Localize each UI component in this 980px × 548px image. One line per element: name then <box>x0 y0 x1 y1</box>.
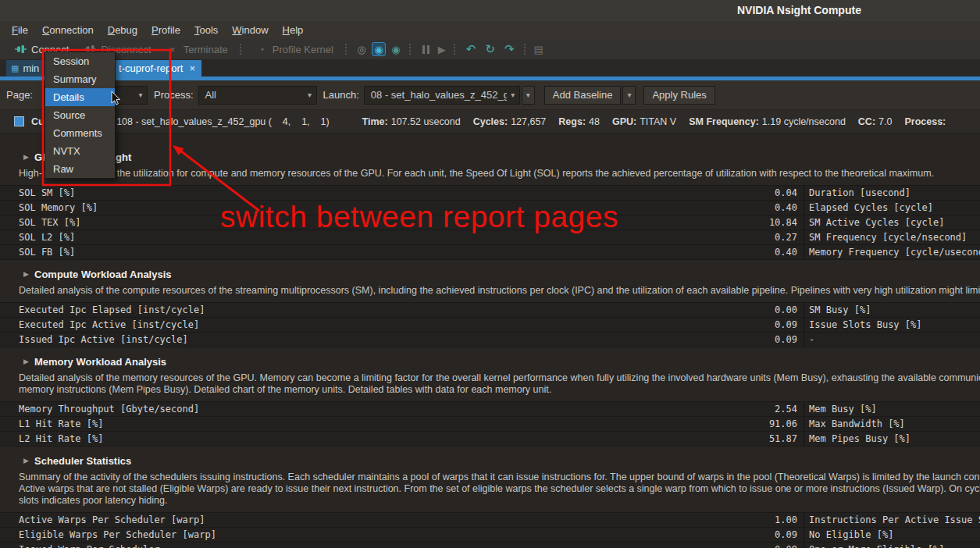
kernel-stat: CC:7.0 <box>858 116 893 127</box>
section-expand-icon[interactable]: ▶ <box>23 153 34 161</box>
process-combobox-value: All <box>199 89 304 101</box>
metric-table-row: L2 Hit Rate [%]51.87Mem Pipes Busy [%] <box>0 432 980 447</box>
metric-table-scheduler: Active Warps Per Scheduler [warp]1.00Ins… <box>0 512 980 548</box>
metric-name: SOL Memory [%] <box>19 202 98 213</box>
section-description: Detailed analysis of the memory resource… <box>0 372 980 396</box>
page-menu-item-nvtx[interactable]: NVTX <box>45 142 115 160</box>
section-description: Summary of the activity of the scheduler… <box>0 471 980 507</box>
process-combobox[interactable]: All ▾ <box>198 86 317 105</box>
metric-table-row: SOL Memory [%]0.40Elapsed Cycles [cycle] <box>0 201 980 215</box>
profiler-mode-icon[interactable]: ◎ <box>355 42 369 56</box>
menubar-item-tools[interactable]: Tools <box>187 23 225 37</box>
metric-table-row: L1 Hit Rate [%]91.06Max Bandwidth [%] <box>0 417 980 432</box>
metric-table-row: Issued Warp Per Scheduler0.09One or More… <box>0 543 980 548</box>
page-menu-item-session[interactable]: Session <box>45 52 115 70</box>
menubar-item-help[interactable]: Help <box>276 23 311 37</box>
tab-report-1[interactable]: ▦ min <box>6 60 45 77</box>
page-label: Page: <box>6 89 33 101</box>
nav-back-icon[interactable]: ↶ <box>466 42 476 56</box>
metric-name: SOL L2 [%] <box>19 232 75 243</box>
kernel-stat: Time:107.52 usecond <box>362 116 461 127</box>
kernel-stat: SM Frequency:1.19 cycle/nsecond <box>689 116 846 127</box>
section-header-gpu-speed-of-light[interactable]: ▶ GPU Speed Of Light <box>0 149 980 165</box>
process-label: Process: <box>154 89 194 101</box>
nav-refresh-icon[interactable]: ↻ <box>485 42 495 56</box>
chevron-down-icon: ▾ <box>627 91 631 99</box>
metric-name-2: Memory Frequency [cycle/usecond] <box>804 245 980 259</box>
metric-table-memory: Memory Throughput [Gbyte/second]2.54Mem … <box>0 401 980 447</box>
section-description-line: Active warps that are not stalled (Eligi… <box>19 483 980 495</box>
metric-value: 0.27 <box>775 232 797 243</box>
section-expand-icon[interactable]: ▶ <box>23 358 34 365</box>
metric-name-2: Mem Busy [%] <box>804 402 980 416</box>
kernel-result-row[interactable]: Current 108 - set_halo_values_z_452_gpu … <box>0 110 980 133</box>
menubar-item-debug[interactable]: Debug <box>101 23 144 37</box>
metric-table-sol: SOL SM [%]0.04Duration [usecond]SOL Memo… <box>0 185 980 260</box>
metric-table-compute: Executed Ipc Elapsed [inst/cycle]0.00SM … <box>0 302 980 347</box>
step-icon[interactable]: ▶ <box>435 42 449 56</box>
kernel-stats: Time:107.52 usecondCycles:127,657Regs:48… <box>362 116 950 127</box>
tab-close-icon[interactable]: × <box>189 62 195 74</box>
metric-table-row: Issued Ipc Active [inst/cycle]0.09- <box>0 333 980 347</box>
layers-icon[interactable]: ▤ <box>532 42 546 56</box>
section-title: Memory Workload Analysis <box>34 356 166 368</box>
terminate-button[interactable]: × Terminate <box>159 39 235 59</box>
section-description-line: slots indicates poor latency hiding. <box>19 495 980 507</box>
page-menu-item-details[interactable]: Details <box>45 88 115 106</box>
section-header-scheduler-statistics[interactable]: ▶ Scheduler Statistics <box>0 453 980 468</box>
section-expand-icon[interactable]: ▶ <box>23 270 34 278</box>
metric-value: 10.84 <box>769 217 797 228</box>
section-header-compute-workload[interactable]: ▶ Compute Workload Analysis <box>0 266 980 282</box>
metric-name: Eligible Warps Per Scheduler [warp] <box>19 529 216 540</box>
page-menu-item-raw[interactable]: Raw <box>45 160 115 178</box>
terminate-icon: × <box>166 42 180 56</box>
menubar-item-file[interactable]: File <box>5 23 35 37</box>
metric-name-2: Max Bandwidth [%] <box>804 417 980 431</box>
menubar-item-window[interactable]: Window <box>225 23 275 37</box>
launch-dropdown-button[interactable]: ▾ <box>522 86 535 105</box>
profile-kernel-button[interactable]: ◔ Profile Kernel <box>248 39 340 59</box>
add-baseline-button[interactable]: Add Baseline <box>544 86 622 105</box>
kernel-name: 108 - set_halo_values_z_452_gpu ( 4, 1, … <box>116 116 329 127</box>
metric-value: 0.09 <box>775 334 797 345</box>
metric-table-row: SOL FB [%]0.40Memory Frequency [cycle/us… <box>0 245 980 260</box>
add-baseline-dropdown-button[interactable]: ▾ <box>622 86 636 105</box>
metric-name-2: - <box>804 333 980 347</box>
page-menu-item-summary[interactable]: Summary <box>45 70 115 88</box>
menubar-item-connection[interactable]: Connection <box>35 23 101 37</box>
metric-name: SOL TEX [%] <box>19 217 80 228</box>
metric-name: L2 Hit Rate [%] <box>19 433 103 444</box>
page-menu-item-comments[interactable]: Comments <box>45 124 115 142</box>
metric-value: 0.40 <box>775 247 797 258</box>
metric-name-2: One or More Eligible [%] <box>804 543 980 548</box>
kernel-stat: Cycles:127,657 <box>473 116 547 127</box>
metric-table-row: Memory Throughput [Gbyte/second]2.54Mem … <box>0 402 980 417</box>
apply-rules-button[interactable]: Apply Rules <box>643 86 715 105</box>
metric-name: SOL FB [%] <box>19 247 75 258</box>
metric-value: 0.40 <box>775 202 797 213</box>
metric-table-row: SOL TEX [%]10.84SM Active Cycles [cycle] <box>0 215 980 230</box>
toolbar-separator <box>409 44 412 55</box>
interactive-profile-icon[interactable]: ◉ <box>372 42 386 56</box>
pause-icon[interactable] <box>422 45 429 54</box>
report-controls: Page: Details ▾ Process: All ▾ Launch: 0… <box>0 80 980 110</box>
connect-icon <box>13 42 27 56</box>
profile-series-icon[interactable]: ◉ <box>389 42 403 56</box>
document-icon: ▦ <box>11 63 19 73</box>
section-header-memory-workload[interactable]: ▶ Memory Workload Analysis <box>0 354 980 369</box>
kernel-stat: Regs:48 <box>558 116 600 127</box>
metric-name-2: No Eligible [%] <box>804 528 980 542</box>
metric-name-2: SM Busy [%] <box>804 303 980 317</box>
nav-forward-icon[interactable]: ↷ <box>504 42 515 56</box>
baseline-color-checkbox[interactable] <box>14 116 24 126</box>
launch-combobox[interactable]: 08 - set_halo_values_z_452_gpu ▾ <box>364 86 520 105</box>
page-menu-item-source[interactable]: Source <box>45 106 115 124</box>
menubar-item-profile[interactable]: Profile <box>144 23 187 37</box>
metric-table-row: SOL L2 [%]0.27SM Frequency [cycle/nsecon… <box>0 230 980 245</box>
section-title: Scheduler Statistics <box>34 455 131 467</box>
section-description: High-level overview of the utilization f… <box>0 168 980 180</box>
section-expand-icon[interactable]: ▶ <box>23 457 34 464</box>
window-titlebar: NVIDIA Nsight Compute <box>0 0 980 21</box>
metric-name-2: SM Frequency [cycle/nsecond] <box>804 230 980 244</box>
toolbar-separator <box>524 44 527 55</box>
